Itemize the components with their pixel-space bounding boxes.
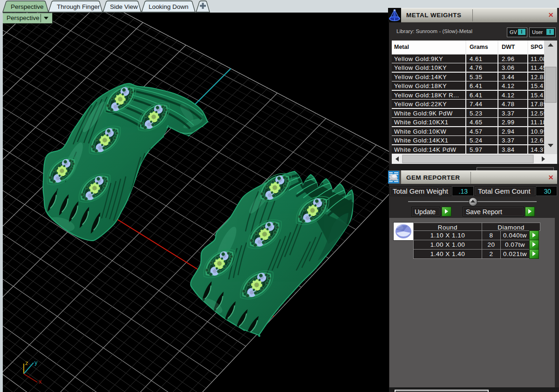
svg-text:Perspective: Perspective xyxy=(11,3,44,10)
svg-text:Looking Down: Looking Down xyxy=(149,3,189,10)
svg-text:x: x xyxy=(39,378,42,385)
svg-text:Through Finger: Through Finger xyxy=(57,3,100,10)
svg-text:Side View: Side View xyxy=(110,3,138,10)
svg-text:z: z xyxy=(25,359,28,366)
svg-text:y: y xyxy=(34,359,38,366)
